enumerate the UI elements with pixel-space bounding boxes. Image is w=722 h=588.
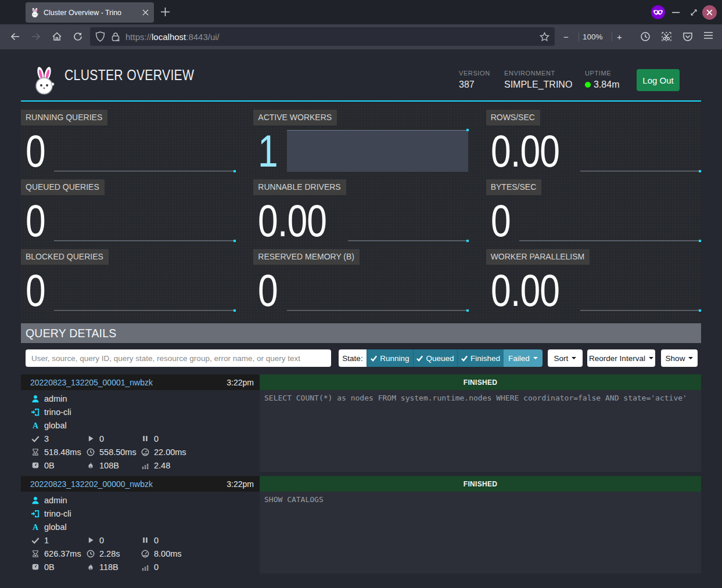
- cpu-time-icon: [141, 550, 150, 558]
- stat-card: ACTIVE WORKERS 1: [253, 110, 468, 172]
- back-button[interactable]: [10, 31, 20, 42]
- query-status-bar: FINISHED: [260, 374, 701, 390]
- reorder-interval-dropdown[interactable]: Reorder Interval: [587, 349, 655, 367]
- address-bar[interactable]: https://localhost:8443/ui/: [90, 27, 555, 46]
- elapsed-time-icon: [86, 550, 95, 558]
- user-icon: [31, 496, 40, 504]
- screenshot-scissors-icon[interactable]: [661, 31, 672, 42]
- state-filter-running[interactable]: Running: [367, 349, 413, 367]
- uptime-value: 3.84m: [594, 80, 619, 90]
- browser-toolbar: https://localhost:8443/ui/ − 100% +: [0, 24, 722, 49]
- current-memory-icon: [31, 461, 40, 469]
- browser-tab[interactable]: Cluster Overview - Trino: [26, 2, 154, 23]
- tab-close-icon[interactable]: [142, 9, 149, 16]
- logout-button[interactable]: Log Out: [637, 69, 680, 91]
- window-restore-button[interactable]: [689, 8, 698, 17]
- query-search-input[interactable]: [26, 349, 331, 367]
- stat-sparkline: [580, 130, 701, 172]
- zoom-in-button[interactable]: +: [617, 24, 622, 49]
- query-details-title: QUERY DETAILS: [26, 327, 117, 340]
- completed-splits: 1: [44, 536, 49, 545]
- stat-sparkline: [54, 200, 235, 241]
- completed-splits-icon: [31, 435, 40, 443]
- cpu-time: 8.00ms: [154, 549, 182, 558]
- private-browsing-icon: [651, 5, 665, 19]
- source-icon: [31, 408, 40, 416]
- stat-card: QUEUED QUERIES 0: [21, 179, 236, 241]
- stat-value: 0: [258, 270, 278, 311]
- parallelism: 0: [154, 562, 159, 572]
- svg-text:A: A: [33, 421, 39, 430]
- state-filter-failed-dropdown[interactable]: Failed: [504, 349, 543, 367]
- tracking-shield-icon[interactable]: [95, 31, 105, 42]
- new-tab-button[interactable]: [160, 7, 170, 17]
- history-clock-icon[interactable]: [640, 31, 651, 42]
- query-user: admin: [44, 394, 67, 403]
- uptime-status-dot: [585, 82, 591, 88]
- stat-sparkline: [54, 130, 235, 172]
- queued-splits-icon: [141, 435, 150, 442]
- stat-card: WORKER PARALLELISM 0.00: [486, 249, 701, 311]
- stat-value: 0.00: [491, 131, 559, 172]
- cumulative-memory: 108B: [99, 461, 119, 470]
- stat-card: RESERVED MEMORY (B) 0: [253, 249, 468, 311]
- query-toolbar: State: Running Queued Finished Failed So…: [21, 349, 701, 367]
- window-close-button[interactable]: [702, 5, 717, 20]
- stat-card: RUNNING QUERIES 0: [21, 110, 236, 172]
- queued-splits-icon: [141, 536, 150, 544]
- parallelism-icon: [141, 563, 150, 571]
- environment-label: ENVIRONMENT: [504, 70, 572, 77]
- menu-hamburger-icon[interactable]: [703, 31, 713, 39]
- stat-value: 1: [258, 131, 278, 172]
- check-icon: [416, 355, 423, 362]
- parallelism-icon: [141, 461, 150, 469]
- query-info-panel: admin trino-cli Aglobal 1 0 0 626.37ms 2…: [21, 492, 260, 573]
- reload-button[interactable]: [73, 31, 83, 42]
- query-sql-panel: SHOW CATALOGS: [260, 492, 701, 573]
- window-minimize-button[interactable]: [672, 12, 680, 13]
- query-sql-text: SELECT COUNT(*) as nodes FROM system.run…: [264, 394, 696, 402]
- version-label: VERSION: [459, 70, 490, 77]
- connection-lock-icon[interactable]: [111, 32, 120, 42]
- stat-card: ROWS/SEC 0.00: [486, 110, 701, 172]
- caret-down-icon: [572, 357, 576, 359]
- pocket-icon[interactable]: [683, 31, 693, 42]
- check-icon: [461, 355, 468, 362]
- stat-label: RUNNABLE DRIVERS: [253, 179, 346, 195]
- elapsed-time-icon: [86, 448, 95, 456]
- query-id-link[interactable]: 20220823_132202_00000_nwbzk: [30, 479, 153, 489]
- wall-time: 518.48ms: [44, 448, 81, 457]
- stat-sparkline: [54, 269, 235, 311]
- query-sql-panel: SELECT COUNT(*) as nodes FROM system.run…: [260, 390, 701, 472]
- resource-group-icon: A: [31, 523, 40, 531]
- caret-down-icon: [649, 357, 653, 359]
- zoom-out-button[interactable]: −: [563, 24, 569, 49]
- elapsed-time: 2.28s: [99, 549, 120, 558]
- query-status-bar: FINISHED: [260, 476, 701, 492]
- caret-down-icon: [688, 357, 693, 359]
- zoom-level[interactable]: 100%: [583, 24, 603, 49]
- cluster-stats-section: RUNNING QUERIES 0 ACTIVE WORKERS 1 ROWS/…: [21, 103, 701, 323]
- query-sql-text: SHOW CATALOGS: [264, 495, 696, 504]
- forward-button[interactable]: [31, 31, 41, 42]
- stat-card: BYTES/SEC 0: [486, 179, 701, 241]
- query-user: admin: [44, 496, 67, 505]
- stat-value: 0.00: [491, 270, 559, 311]
- check-icon: [371, 355, 377, 362]
- state-filter-queued[interactable]: Queued: [413, 349, 457, 367]
- state-filter-finished[interactable]: Finished: [457, 349, 504, 367]
- query-id-link[interactable]: 20220823_132205_00001_nwbzk: [30, 378, 153, 387]
- query-source: trino-cli: [44, 407, 71, 417]
- query-row: 20220823_132205_00001_nwbzk 3:22pm FINIS…: [21, 374, 701, 472]
- version-value: 387: [459, 80, 490, 90]
- home-button[interactable]: [52, 31, 62, 42]
- stat-label: ACTIVE WORKERS: [253, 110, 337, 125]
- running-splits: 0: [99, 434, 104, 443]
- url-text: https://localhost:8443/ui/: [125, 32, 540, 42]
- sort-dropdown[interactable]: Sort: [548, 349, 583, 367]
- bookmark-star-icon[interactable]: [540, 32, 549, 42]
- query-status-label: FINISHED: [464, 480, 497, 488]
- caret-down-icon: [533, 357, 538, 359]
- show-dropdown[interactable]: Show: [661, 349, 698, 367]
- stat-value: 0: [26, 270, 45, 311]
